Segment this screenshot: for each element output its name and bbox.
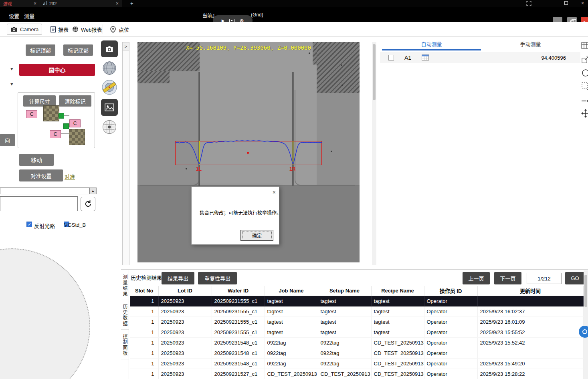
table-row[interactable]: 120250923202509231548_c10922tag0922tagCD… — [130, 348, 583, 358]
edge-marker-square[interactable] — [59, 113, 64, 119]
line-point-icon[interactable] — [581, 97, 588, 106]
table-cell: 2025/9/23 15:52:42 — [477, 337, 583, 348]
tab-auto-measure[interactable]: 自动测量 — [382, 40, 481, 48]
refresh-button[interactable] — [81, 197, 95, 211]
dialog-close-icon[interactable]: × — [273, 189, 276, 196]
mark-thumbnail[interactable] — [43, 105, 59, 121]
camera-button[interactable]: Camera — [7, 24, 42, 35]
menu-settings[interactable]: 设置 — [9, 12, 19, 20]
table-cell: 1 — [130, 327, 158, 337]
window-close-icon[interactable]: × — [581, 0, 584, 6]
align-link[interactable]: 对准 — [65, 173, 75, 180]
table-cell: 1 — [130, 358, 158, 369]
wafer-grid-button[interactable] — [101, 119, 118, 135]
table-cell: CD_TEST_20250913 — [371, 358, 424, 369]
column-header[interactable]: Wafer ID — [212, 286, 265, 296]
mark-top-button[interactable]: 标记顶部 — [26, 44, 55, 56]
dropdown-caret-icon[interactable]: ▾ — [10, 81, 13, 87]
browser-tab-232[interactable]: 232 × — [40, 0, 122, 7]
side-tab-measure-results[interactable]: 测量结果 — [121, 271, 129, 300]
measure-tool-button[interactable] — [101, 79, 118, 96]
circle-center-button[interactable]: 圆中心 — [19, 64, 95, 76]
viewer-scrollbar[interactable] — [372, 42, 376, 265]
table-row[interactable]: 120250923202509231527_c1CD_TEST_20250913… — [130, 369, 583, 379]
tab-close-icon[interactable]: × — [34, 1, 36, 6]
mark-c-badge[interactable]: C — [26, 110, 37, 118]
tab-manual-measure[interactable]: 手动测量 — [481, 40, 580, 48]
table-row[interactable]: 120250923202509231555_c1tagtesttagtestta… — [130, 296, 583, 306]
wafer-map-circle[interactable] — [0, 248, 90, 379]
calc-size-button[interactable]: 计算尺寸 — [23, 95, 56, 107]
measurement-row[interactable]: A1 94.400596 — [380, 52, 580, 63]
partial-side-button[interactable]: 向 — [0, 134, 15, 146]
column-header[interactable]: 更新时间 — [477, 286, 583, 296]
dropdown-caret-icon[interactable]: ▾ — [10, 66, 13, 72]
reflect-light-checkbox[interactable] — [26, 222, 32, 227]
table-cell: 0922tag — [265, 348, 318, 358]
scrollbar-thumb[interactable] — [373, 44, 376, 100]
camera-icon — [105, 46, 114, 52]
table-row[interactable]: 120250923202509231548_c10922tag0922tagCD… — [130, 358, 583, 369]
export-results-button[interactable]: 结果导出 — [162, 272, 194, 284]
snapshot-camera-button[interactable] — [101, 40, 118, 57]
table-scrollbar[interactable] — [584, 270, 588, 379]
fullscreen-icon[interactable] — [526, 1, 531, 7]
web-report-button[interactable]: Web报表 — [69, 24, 105, 35]
go-button[interactable]: GO — [565, 272, 585, 284]
clear-marks-button[interactable]: 清除标记 — [59, 95, 91, 107]
points-button[interactable]: 点位 — [107, 24, 132, 35]
circle-tool-icon[interactable] — [581, 69, 588, 78]
report-button[interactable]: 报表 — [47, 24, 72, 35]
table-row[interactable]: 120250923202509231555_c1tagtesttagtestta… — [130, 327, 583, 337]
table-cell: Operator — [424, 296, 477, 306]
column-header[interactable]: Slot No — [130, 286, 158, 296]
move-button[interactable]: 移动 — [19, 154, 54, 166]
add-region-icon[interactable] — [581, 82, 588, 91]
table-row[interactable]: 120250923202509231555_c1tagtesttagtestta… — [130, 306, 583, 317]
menu-measure[interactable]: 测量 — [24, 12, 34, 20]
mark-c-badge[interactable]: C — [50, 130, 61, 138]
defect-dot — [341, 85, 343, 86]
table-tool-icon[interactable] — [581, 41, 588, 51]
side-tab-control-panel[interactable]: 控制面板 — [121, 331, 129, 359]
refresh-icon — [84, 200, 92, 208]
floating-action-button[interactable] — [579, 326, 588, 338]
table-cell: Operator — [424, 358, 477, 369]
align-settings-button[interactable]: 对准设置 — [19, 169, 63, 181]
next-page-button[interactable]: 下一页 — [494, 272, 521, 284]
column-header[interactable]: Lot ID — [158, 286, 212, 296]
collapse-toggle-button[interactable]: > — [123, 42, 129, 50]
dialog-ok-button[interactable]: 确定 — [240, 230, 273, 241]
browser-tab-game[interactable]: 游戏 × — [0, 0, 40, 7]
table-row[interactable]: 120250923202509231548_c10922tag0922tagCD… — [130, 337, 583, 348]
column-header[interactable]: 操作员 ID — [424, 286, 477, 296]
prev-page-button[interactable]: 上一页 — [463, 272, 490, 284]
defect-dot — [341, 65, 342, 66]
mark-c-badge[interactable]: C — [69, 119, 81, 127]
value-input[interactable] — [0, 196, 78, 211]
scrollbar-thumb[interactable] — [584, 275, 587, 307]
column-header[interactable]: Setup Name — [318, 286, 371, 296]
page-number-input[interactable] — [527, 273, 562, 284]
measurement-panel: 自动测量 手动测量 A1 94.400596 — [380, 37, 580, 270]
window-maximize-icon[interactable] — [564, 1, 568, 5]
column-header[interactable]: Recipe Name — [371, 286, 424, 296]
browse-caret-button[interactable]: ▸ — [90, 187, 97, 194]
globe-view-button[interactable] — [101, 60, 118, 77]
new-tab-button[interactable]: + — [130, 0, 133, 6]
edge-marker-square[interactable] — [63, 123, 69, 129]
side-tab-history-data[interactable]: 历史数据 — [121, 301, 129, 330]
image-view-button[interactable] — [101, 99, 118, 116]
export-repeatability-button[interactable]: 重复性导出 — [198, 272, 237, 284]
table-row[interactable]: 120250923202509231555_c1tagtesttagtestta… — [130, 317, 583, 327]
tab-close-icon[interactable]: × — [116, 1, 119, 6]
row-checkbox[interactable] — [388, 55, 394, 60]
bottom-divider — [121, 269, 588, 270]
window-minimize-icon[interactable]: ─ — [546, 0, 550, 5]
mark-thumbnail[interactable] — [69, 129, 85, 145]
path-input[interactable] — [0, 187, 90, 194]
mark-bottom-button[interactable]: 标记底部 — [63, 44, 93, 56]
move-tool-icon[interactable] — [581, 109, 588, 119]
column-header[interactable]: Job Name — [265, 286, 318, 296]
export-view-icon[interactable] — [581, 55, 588, 65]
